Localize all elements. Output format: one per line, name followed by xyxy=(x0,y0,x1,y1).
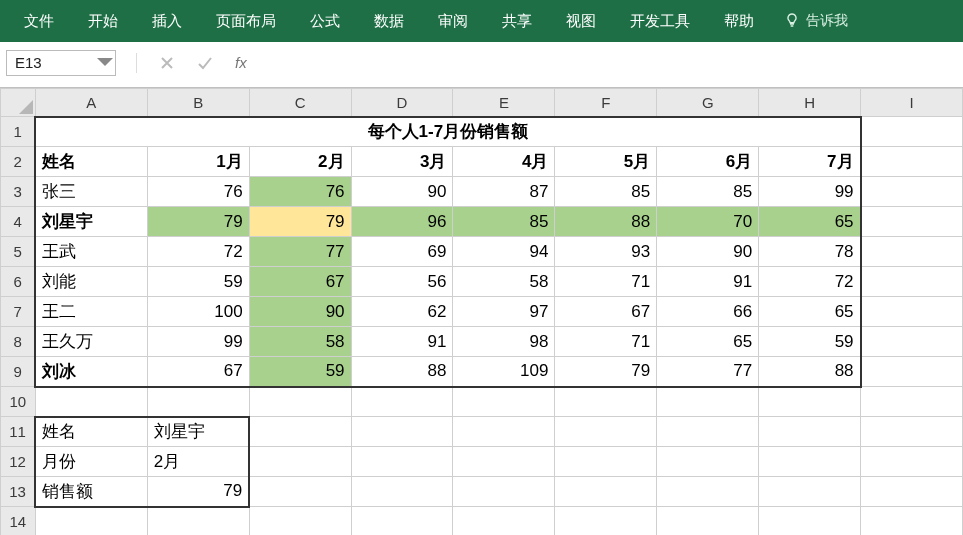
row-header-5[interactable]: 5 xyxy=(1,237,36,267)
row-header-14[interactable]: 14 xyxy=(1,507,36,536)
cell[interactable]: 85 xyxy=(657,177,759,207)
cell[interactable] xyxy=(351,447,453,477)
cell[interactable] xyxy=(249,417,351,447)
menu-page-layout[interactable]: 页面布局 xyxy=(200,2,292,41)
cell[interactable]: 6月 xyxy=(657,147,759,177)
cell[interactable]: 62 xyxy=(351,297,453,327)
cell[interactable]: 71 xyxy=(555,267,657,297)
row-header-4[interactable]: 4 xyxy=(1,207,36,237)
cell[interactable]: 99 xyxy=(759,177,861,207)
cell[interactable]: 王久万 xyxy=(35,327,147,357)
cell[interactable]: 67 xyxy=(249,267,351,297)
cell[interactable] xyxy=(861,507,963,536)
cell[interactable] xyxy=(453,477,555,507)
cell[interactable]: 1月 xyxy=(147,147,249,177)
cell[interactable]: 98 xyxy=(453,327,555,357)
cell[interactable]: 59 xyxy=(249,357,351,387)
cell[interactable]: 姓名 xyxy=(35,417,147,447)
cell[interactable]: 58 xyxy=(453,267,555,297)
row-header-7[interactable]: 7 xyxy=(1,297,36,327)
spreadsheet-grid[interactable]: A B C D E F G H I 1 每个人1-7月份销售额 2 姓名 1月 … xyxy=(0,88,963,535)
cell[interactable]: 5月 xyxy=(555,147,657,177)
cell[interactable] xyxy=(555,417,657,447)
cell[interactable]: 4月 xyxy=(453,147,555,177)
cell[interactable]: 67 xyxy=(555,297,657,327)
cell[interactable]: 刘星宇 xyxy=(147,417,249,447)
cell[interactable]: 58 xyxy=(249,327,351,357)
cell[interactable] xyxy=(657,417,759,447)
cell[interactable] xyxy=(147,387,249,417)
cell[interactable]: 76 xyxy=(147,177,249,207)
row-header-10[interactable]: 10 xyxy=(1,387,36,417)
cell[interactable]: 78 xyxy=(759,237,861,267)
select-all-corner[interactable] xyxy=(1,89,36,117)
menu-tell-me[interactable]: 告诉我 xyxy=(772,2,860,41)
cell[interactable]: 88 xyxy=(351,357,453,387)
row-header-3[interactable]: 3 xyxy=(1,177,36,207)
cell[interactable] xyxy=(249,477,351,507)
cell[interactable] xyxy=(35,387,147,417)
cell[interactable]: 97 xyxy=(453,297,555,327)
menu-insert[interactable]: 插入 xyxy=(136,2,198,41)
cell[interactable] xyxy=(861,447,963,477)
cell[interactable] xyxy=(555,387,657,417)
cancel-icon[interactable] xyxy=(159,55,175,71)
cell[interactable] xyxy=(351,417,453,447)
col-header-G[interactable]: G xyxy=(657,89,759,117)
cell[interactable]: 96 xyxy=(351,207,453,237)
cell[interactable] xyxy=(249,507,351,536)
cell[interactable] xyxy=(35,507,147,536)
cell[interactable]: 72 xyxy=(147,237,249,267)
cell[interactable] xyxy=(351,387,453,417)
cell[interactable]: 79 xyxy=(249,207,351,237)
col-header-H[interactable]: H xyxy=(759,89,861,117)
row-header-11[interactable]: 11 xyxy=(1,417,36,447)
cell[interactable]: 88 xyxy=(759,357,861,387)
cell[interactable] xyxy=(759,447,861,477)
cell[interactable]: 109 xyxy=(453,357,555,387)
cell[interactable]: 91 xyxy=(351,327,453,357)
cell[interactable] xyxy=(861,207,963,237)
chevron-down-icon[interactable] xyxy=(97,53,113,73)
row-header-12[interactable]: 12 xyxy=(1,447,36,477)
row-header-6[interactable]: 6 xyxy=(1,267,36,297)
cell[interactable]: 王武 xyxy=(35,237,147,267)
cell[interactable] xyxy=(861,417,963,447)
cell[interactable] xyxy=(453,447,555,477)
cell[interactable] xyxy=(453,387,555,417)
cell[interactable]: 69 xyxy=(351,237,453,267)
cell[interactable] xyxy=(861,387,963,417)
cell[interactable]: 91 xyxy=(657,267,759,297)
cell[interactable]: 张三 xyxy=(35,177,147,207)
cell[interactable]: 79 xyxy=(555,357,657,387)
cell[interactable] xyxy=(351,477,453,507)
cell[interactable]: 87 xyxy=(453,177,555,207)
cell[interactable] xyxy=(861,297,963,327)
cell[interactable] xyxy=(759,417,861,447)
cell[interactable]: 刘星宇 xyxy=(35,207,147,237)
cell[interactable]: 70 xyxy=(657,207,759,237)
cell[interactable] xyxy=(861,117,963,147)
cell[interactable]: 刘能 xyxy=(35,267,147,297)
cell[interactable]: 94 xyxy=(453,237,555,267)
cell[interactable] xyxy=(861,327,963,357)
menu-home[interactable]: 开始 xyxy=(72,2,134,41)
cell[interactable]: 72 xyxy=(759,267,861,297)
cell[interactable]: 76 xyxy=(249,177,351,207)
cell[interactable]: 88 xyxy=(555,207,657,237)
cell[interactable]: 王二 xyxy=(35,297,147,327)
cell[interactable] xyxy=(861,267,963,297)
col-header-B[interactable]: B xyxy=(147,89,249,117)
cell[interactable]: 85 xyxy=(555,177,657,207)
cell[interactable]: 90 xyxy=(249,297,351,327)
cell[interactable]: 85 xyxy=(453,207,555,237)
cell[interactable] xyxy=(351,507,453,536)
cell[interactable]: 100 xyxy=(147,297,249,327)
cell[interactable] xyxy=(861,357,963,387)
cell[interactable]: 77 xyxy=(249,237,351,267)
menu-share[interactable]: 共享 xyxy=(486,2,548,41)
cell[interactable]: 71 xyxy=(555,327,657,357)
menu-view[interactable]: 视图 xyxy=(550,2,612,41)
cell[interactable]: 59 xyxy=(147,267,249,297)
cell[interactable] xyxy=(249,447,351,477)
